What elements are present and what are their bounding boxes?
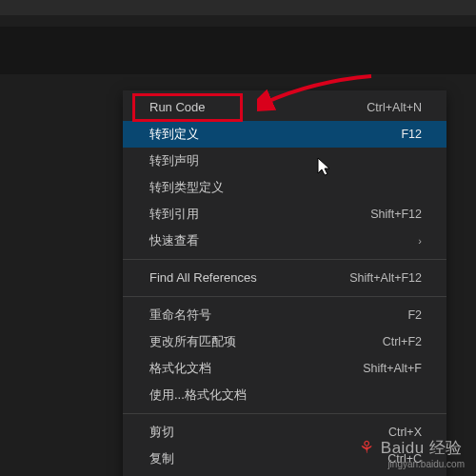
chevron-right-icon: › xyxy=(418,232,422,249)
menu-item-label: 重命名符号 xyxy=(149,307,211,324)
menu-item-5[interactable]: 快速查看› xyxy=(123,228,446,254)
menu-item-0[interactable]: Run CodeCtrl+Alt+N xyxy=(123,94,446,121)
menu-item-shortcut: Shift+F12 xyxy=(370,206,422,223)
menu-item-shortcut: Ctrl+F2 xyxy=(383,333,422,350)
menu-item-label: 剪切 xyxy=(149,424,174,441)
editor-topbar xyxy=(0,0,476,21)
menu-item-label: 快速查看 xyxy=(149,232,199,249)
menu-item-3[interactable]: 转到类型定义 xyxy=(123,174,446,201)
menu-item-8[interactable]: 更改所有匹配项Ctrl+F2 xyxy=(123,328,446,355)
menu-item-shortcut: Ctrl+Alt+N xyxy=(367,99,422,116)
context-menu: Run CodeCtrl+Alt+N转到定义F12转到声明转到类型定义转到引用S… xyxy=(123,90,446,476)
watermark-brand: Baidu 经验 xyxy=(381,439,463,458)
menu-item-9[interactable]: 格式化文档Shift+Alt+F xyxy=(123,355,446,382)
menu-item-shortcut: Shift+Alt+F xyxy=(363,360,422,377)
watermark-url: jingyan.baidu.com xyxy=(359,459,465,470)
menu-item-2[interactable]: 转到声明 xyxy=(123,148,446,174)
menu-item-4[interactable]: 转到引用Shift+F12 xyxy=(123,201,446,228)
menu-item-shortcut: F12 xyxy=(401,126,422,143)
menu-item-label: 转到引用 xyxy=(149,206,199,223)
menu-item-1[interactable]: 转到定义F12 xyxy=(123,121,446,148)
menu-item-label: 格式化文档 xyxy=(149,360,211,377)
menu-item-10[interactable]: 使用...格式化文档 xyxy=(123,382,446,408)
menu-separator xyxy=(123,413,446,414)
menu-item-label: 转到类型定义 xyxy=(149,179,224,196)
editor-panel xyxy=(0,27,476,74)
menu-item-shortcut: F2 xyxy=(407,307,422,324)
menu-item-label: 使用...格式化文档 xyxy=(149,387,247,404)
watermark: ⚘ Baidu 经验 jingyan.baidu.com xyxy=(359,438,465,470)
menu-separator xyxy=(123,296,446,297)
menu-item-shortcut: Shift+Alt+F12 xyxy=(349,269,422,287)
menu-item-label: 复制 xyxy=(149,450,174,467)
menu-item-label: Find All References xyxy=(149,269,257,287)
menu-item-label: 转到定义 xyxy=(149,126,199,143)
menu-item-13[interactable]: 粘贴Ctrl+V xyxy=(123,472,446,476)
menu-item-7[interactable]: 重命名符号F2 xyxy=(123,302,446,328)
menu-item-label: Run Code xyxy=(149,99,206,116)
baidu-paw-icon: ⚘ xyxy=(359,438,375,459)
menu-item-6[interactable]: Find All ReferencesShift+Alt+F12 xyxy=(123,265,446,291)
menu-separator xyxy=(123,259,446,260)
menu-item-label: 更改所有匹配项 xyxy=(149,333,236,350)
menu-item-label: 转到声明 xyxy=(149,152,199,169)
